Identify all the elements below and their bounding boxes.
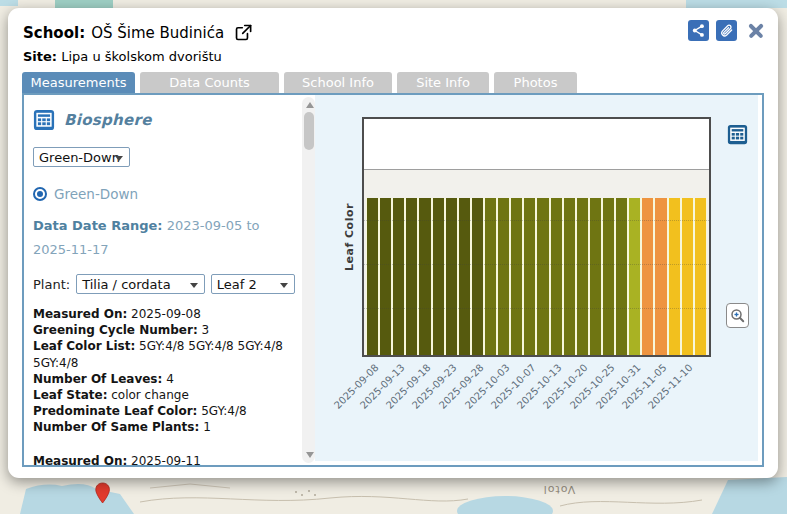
school-dialog: School: OŠ Šime Budinića Site: Lipa u šk… <box>8 8 778 478</box>
school-name: OŠ Šime Budinića <box>91 24 224 42</box>
field-label: Measured On: <box>33 454 127 465</box>
field-label: Leaf State: <box>33 388 107 402</box>
site-name: Lipa u školskom dvorištu <box>61 49 222 64</box>
data-table-icon <box>727 124 748 145</box>
chart-bar[interactable] <box>472 198 483 355</box>
chart-bar[interactable] <box>406 198 417 355</box>
field-value: 5GY:4/8 <box>197 404 246 418</box>
leaf-color-bars <box>366 198 707 355</box>
chart-upper-band <box>364 119 709 170</box>
chart-data-table-button[interactable] <box>727 124 748 145</box>
leaf-select[interactable]: Leaf 2 <box>211 274 295 294</box>
data-table-icon <box>33 109 55 131</box>
share-nodes-icon <box>691 23 706 38</box>
school-title-row: School: OŠ Šime Budinića <box>23 23 253 42</box>
field-label: Number Of Leaves: <box>33 372 162 386</box>
leaf-color-chart <box>362 117 711 357</box>
link-button[interactable] <box>716 20 737 41</box>
green-down-radio-label: Green-Down <box>54 186 138 202</box>
section-title: Biosphere <box>64 111 152 129</box>
field-value: 4 <box>162 372 173 386</box>
chart-bar[interactable] <box>459 198 470 355</box>
field-value: color change <box>107 388 188 402</box>
chart-bar[interactable] <box>577 198 588 355</box>
tab-bar: Measurements Data Counts School Info Sit… <box>22 72 577 93</box>
measurement-entry: Measured On: 2025-09-11Greening Cycle Nu… <box>33 453 296 465</box>
protocol-radio-row: Green-Down <box>33 186 295 202</box>
chart-bar[interactable] <box>433 198 444 355</box>
chart-bar[interactable] <box>669 198 680 355</box>
data-date-range: Data Date Range: 2023-09-05 to 2025-11-1… <box>33 214 296 262</box>
chart-bar[interactable] <box>498 198 509 355</box>
chart-bar[interactable] <box>603 198 614 355</box>
measurement-entry: Measured On: 2025-09-08Greening Cycle Nu… <box>33 306 296 436</box>
chart-zoom-button[interactable] <box>726 303 749 328</box>
field-label: Measured On: <box>33 307 127 321</box>
chart-bar[interactable] <box>367 198 378 355</box>
site-label: Site: <box>23 49 57 64</box>
field-value: 1 <box>199 420 210 434</box>
tab-photos[interactable]: Photos <box>494 72 577 93</box>
chart-plot-area <box>364 170 709 355</box>
map-water <box>0 0 18 6</box>
field-value: 3 <box>198 323 209 337</box>
biosphere-header: Biosphere <box>33 109 295 131</box>
field-label: Greening Cycle Number: <box>33 323 198 337</box>
chart-bar[interactable] <box>524 198 535 355</box>
chart-bar[interactable] <box>616 198 627 355</box>
chart-bar[interactable] <box>380 198 391 355</box>
measurements-panel: Biosphere Green-Down Green-Down Data Dat… <box>22 93 764 467</box>
protocol-select[interactable]: Green-Down <box>33 147 130 167</box>
scroll-down-icon[interactable] <box>306 452 314 458</box>
chart-bar[interactable] <box>393 198 404 355</box>
plant-select-row: Plant: Tilia / cordata Leaf 2 <box>33 274 295 294</box>
tab-site-info[interactable]: Site Info <box>397 72 489 93</box>
chart-bar[interactable] <box>564 198 575 355</box>
plant-select[interactable]: Tilia / cordata <box>76 274 205 294</box>
chart-bar[interactable] <box>695 198 706 355</box>
chart-bar[interactable] <box>419 198 430 355</box>
field-label: Predominate Leaf Color: <box>33 404 197 418</box>
scrollbar-thumb[interactable] <box>304 112 314 150</box>
chart-bar[interactable] <box>537 198 548 355</box>
chart-bar[interactable] <box>511 198 522 355</box>
scroll-up-icon[interactable] <box>306 102 314 108</box>
tab-data-counts[interactable]: Data Counts <box>140 72 279 93</box>
chart-pane: Leaf Color 2025-09-082025-09-132025-09-1… <box>315 95 758 461</box>
green-down-radio[interactable] <box>33 187 47 201</box>
map-place-label: Votol <box>528 483 590 496</box>
chart-bar[interactable] <box>629 198 640 355</box>
chart-bar[interactable] <box>485 198 496 355</box>
list-scrollbar[interactable] <box>302 97 315 463</box>
chart-y-axis-label: Leaf Color <box>341 117 357 357</box>
chart-bar[interactable] <box>446 198 457 355</box>
tab-school-info[interactable]: School Info <box>284 72 392 93</box>
chart-bar[interactable] <box>590 198 601 355</box>
field-label: Number Of Same Plants: <box>33 420 199 434</box>
measurement-entries: Measured On: 2025-09-08Greening Cycle Nu… <box>33 306 295 465</box>
chart-bar[interactable] <box>655 198 666 355</box>
field-value: 2025-09-11 <box>127 454 201 465</box>
paperclip-icon <box>719 23 734 38</box>
school-label: School: <box>23 24 85 42</box>
share-button[interactable] <box>688 20 709 41</box>
field-label: Leaf Color List: <box>33 339 135 353</box>
magnifier-plus-icon <box>729 307 747 325</box>
plant-label: Plant: <box>33 277 70 292</box>
field-value: 2025-09-08 <box>127 307 201 321</box>
chart-bar[interactable] <box>551 198 562 355</box>
measurement-list-pane: Biosphere Green-Down Green-Down Data Dat… <box>24 95 301 465</box>
chart-bar[interactable] <box>642 198 653 355</box>
site-title-row: Site: Lipa u školskom dvorištu <box>23 49 222 64</box>
chart-bar[interactable] <box>682 198 693 355</box>
open-in-new-icon[interactable] <box>234 23 253 42</box>
map-water <box>686 0 787 8</box>
tab-measurements[interactable]: Measurements <box>22 72 135 93</box>
close-icon[interactable] <box>747 22 765 40</box>
dialog-actions <box>688 20 765 41</box>
